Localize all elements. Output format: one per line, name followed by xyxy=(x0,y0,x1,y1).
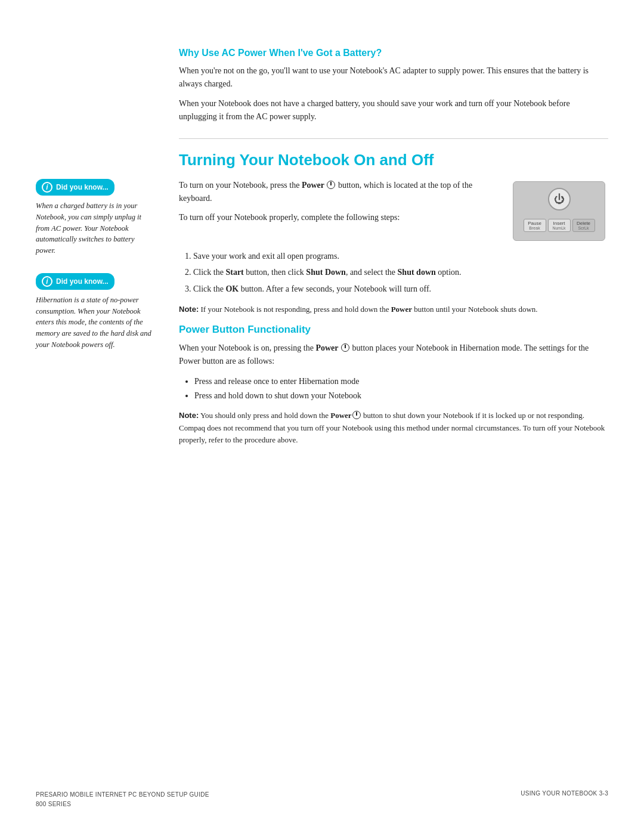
section-divider xyxy=(179,138,608,139)
sidebar-note-2: Hibernation is a state of no-power consu… xyxy=(36,295,155,351)
power-button-intro: When your Notebook is on, pressing the P… xyxy=(179,342,608,368)
footer-series: 800 Series xyxy=(36,800,209,809)
ok-bold: OK xyxy=(225,284,239,293)
shut-down-option-bold: Shut down xyxy=(398,268,436,277)
keyboard-box: ⏻ Pause Break Insert NumLk Delete xyxy=(513,181,605,241)
steps-list: Save your work and exit all open program… xyxy=(193,249,608,296)
insert-key: Insert NumLk xyxy=(548,219,571,232)
step-1: Save your work and exit all open program… xyxy=(193,249,608,264)
footer-left: Presario Mobile Internet PC Beyond Setup… xyxy=(36,790,209,809)
pause-key: Pause Break xyxy=(524,219,546,232)
footer-guide-title: Presario Mobile Internet PC Beyond Setup… xyxy=(36,790,209,800)
power-button-title: Power Button Functionality xyxy=(179,324,608,336)
delete-key-bottom: ScrLk xyxy=(576,226,592,230)
shut-down-bold: Shut Down xyxy=(306,268,346,277)
intro-with-keyboard: To turn on your Notebook, press the Powe… xyxy=(179,179,608,241)
main-content: Why Use AC Power When I've Got a Battery… xyxy=(173,48,608,797)
delete-key-top: Delete xyxy=(576,221,592,226)
footer: Presario Mobile Internet PC Beyond Setup… xyxy=(36,790,608,809)
turn-on-intro: To turn on your Notebook, press the xyxy=(179,181,299,190)
bullet-2: Press and hold down to shut down your No… xyxy=(194,389,608,403)
power-word-note1: Power xyxy=(391,305,412,314)
page: i Did you know... When a charged battery… xyxy=(0,0,644,833)
did-you-know-label-1: Did you know... xyxy=(56,183,109,191)
delete-key: Delete ScrLk xyxy=(572,219,595,232)
footer-right: Using Your Notebook 3-3 xyxy=(521,790,608,797)
insert-key-bottom: NumLk xyxy=(552,226,567,230)
sidebar-note-1: When a charged battery is in your Notebo… xyxy=(36,200,155,256)
pause-key-bottom: Break xyxy=(527,226,543,230)
did-you-know-badge-1: i Did you know... xyxy=(36,179,114,196)
note-1: Note: If your Notebook is not responding… xyxy=(179,304,608,315)
turning-on-off-title: Turning Your Notebook On and Off xyxy=(179,151,608,169)
note-text-1: If your Notebook is not responding, pres… xyxy=(200,305,537,314)
intro-text: To turn on your Notebook, press the Powe… xyxy=(179,179,501,241)
info-icon-2: i xyxy=(42,276,52,287)
power-word-2: Power xyxy=(315,343,338,352)
keyboard-key-row: Pause Break Insert NumLk Delete ScrLk xyxy=(524,219,595,232)
power-button-icon: ⏻ xyxy=(548,188,571,210)
power-btn-intro-text: When your Notebook is on, pressing the xyxy=(179,343,314,352)
power-word-1: Power xyxy=(302,181,324,190)
note-label-1: Note: xyxy=(179,305,199,314)
did-you-know-label-2: Did you know... xyxy=(56,277,109,286)
note-2: Note: You should only press and hold dow… xyxy=(179,410,608,445)
ac-power-para1: When you're not on the go, you'll want t… xyxy=(179,64,608,91)
step-2: Click the Start button, then click Shut … xyxy=(193,265,608,280)
note-label-2: Note: xyxy=(179,411,199,420)
keyboard-image: ⏻ Pause Break Insert NumLk Delete xyxy=(513,181,608,241)
sidebar: i Did you know... When a charged battery… xyxy=(36,48,173,797)
bullet-1: Press and release once to enter Hibernat… xyxy=(194,374,608,389)
power-symbol: ⏻ xyxy=(554,194,565,205)
turn-off-intro: To turn off your Notebook properly, comp… xyxy=(179,211,501,224)
pause-key-top: Pause xyxy=(527,221,543,226)
power-word-note2: Power xyxy=(330,411,351,420)
did-you-know-badge-2: i Did you know... xyxy=(36,273,114,290)
power-icon-inline-1 xyxy=(327,181,335,189)
power-icon-inline-3 xyxy=(352,411,361,419)
insert-key-top: Insert xyxy=(552,221,567,226)
turn-on-para: To turn on your Notebook, press the Powe… xyxy=(179,179,501,206)
power-button-bullets: Press and release once to enter Hibernat… xyxy=(194,374,608,403)
step-3: Click the OK button. After a few seconds… xyxy=(193,282,608,296)
ac-power-para2: When your Notebook does not have a charg… xyxy=(179,97,608,124)
note-text-2: You should only press and hold down the … xyxy=(179,411,605,444)
power-icon-inline-2 xyxy=(341,343,349,352)
ac-power-title: Why Use AC Power When I've Got a Battery… xyxy=(179,48,608,58)
info-icon-1: i xyxy=(42,182,52,193)
start-bold: Start xyxy=(225,268,243,277)
